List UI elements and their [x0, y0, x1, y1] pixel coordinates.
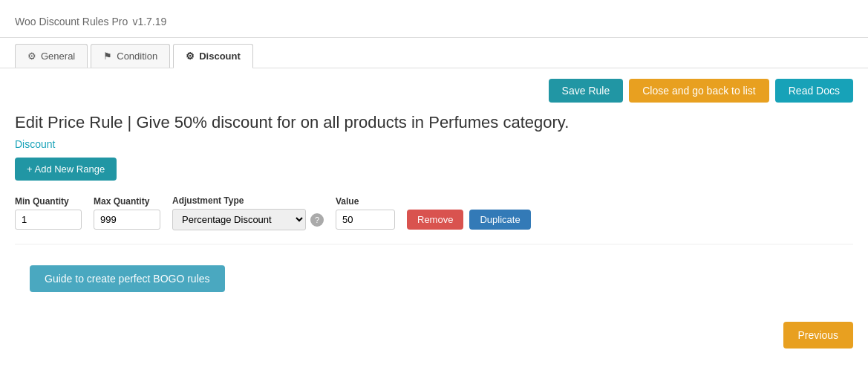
- max-quantity-label: Max Quantity: [94, 196, 160, 207]
- read-docs-button[interactable]: Read Docs: [775, 79, 853, 103]
- adjustment-type-group: Adjustment Type Percentage Discount Fixe…: [172, 195, 324, 230]
- save-rule-button[interactable]: Save Rule: [549, 79, 624, 103]
- value-label: Value: [336, 196, 395, 207]
- range-actions: Remove Duplicate: [407, 210, 531, 230]
- value-group: Value: [336, 196, 395, 230]
- main-content: Edit Price Rule | Give 50% discount for …: [0, 113, 868, 314]
- adjustment-type-label: Adjustment Type: [172, 195, 324, 206]
- close-back-button[interactable]: Close and go back to list: [629, 79, 769, 103]
- max-quantity-input[interactable]: [94, 210, 160, 230]
- max-quantity-group: Max Quantity: [94, 196, 160, 230]
- discount-tab-icon: ⚙: [186, 51, 195, 62]
- tab-condition-label: Condition: [117, 51, 157, 62]
- tab-discount[interactable]: ⚙ Discount: [173, 44, 253, 68]
- min-quantity-group: Min Quantity: [15, 196, 82, 230]
- bogo-guide-button[interactable]: Guide to create perfect BOGO rules: [30, 265, 225, 292]
- action-bar: Save Rule Close and go back to list Read…: [0, 68, 868, 113]
- tab-general[interactable]: ⚙ General: [15, 44, 88, 68]
- min-quantity-label: Min Quantity: [15, 196, 82, 207]
- range-table-area: Min Quantity Max Quantity Adjustment Typ…: [15, 195, 853, 230]
- range-row: Min Quantity Max Quantity Adjustment Typ…: [15, 195, 853, 230]
- min-quantity-input[interactable]: [15, 210, 82, 230]
- tabs-bar: ⚙ General ⚑ Condition ⚙ Discount: [0, 38, 868, 68]
- page-title: Edit Price Rule | Give 50% discount for …: [15, 113, 853, 132]
- help-icon[interactable]: ?: [310, 213, 324, 227]
- filter-icon: ⚑: [103, 51, 112, 62]
- adjustment-type-select[interactable]: Percentage Discount Fixed Discount Fixed…: [172, 209, 306, 230]
- top-header: Woo Discount Rules Pro v1.7.19: [0, 0, 868, 38]
- previous-button[interactable]: Previous: [783, 322, 853, 349]
- divider: [15, 244, 853, 244]
- gear-icon: ⚙: [27, 51, 36, 62]
- tab-general-label: General: [41, 51, 75, 62]
- bottom-area: Guide to create perfect BOGO rules: [15, 258, 853, 299]
- value-input[interactable]: [336, 210, 395, 230]
- section-label: Discount: [15, 138, 853, 150]
- tab-discount-label: Discount: [199, 51, 241, 62]
- app-title: Woo Discount Rules Pro v1.7.19: [15, 10, 166, 29]
- footer-nav: Previous: [0, 314, 868, 356]
- duplicate-button[interactable]: Duplicate: [469, 210, 530, 230]
- tab-condition[interactable]: ⚑ Condition: [91, 44, 170, 68]
- add-new-range-button[interactable]: + Add New Range: [15, 158, 117, 181]
- remove-button[interactable]: Remove: [407, 210, 463, 230]
